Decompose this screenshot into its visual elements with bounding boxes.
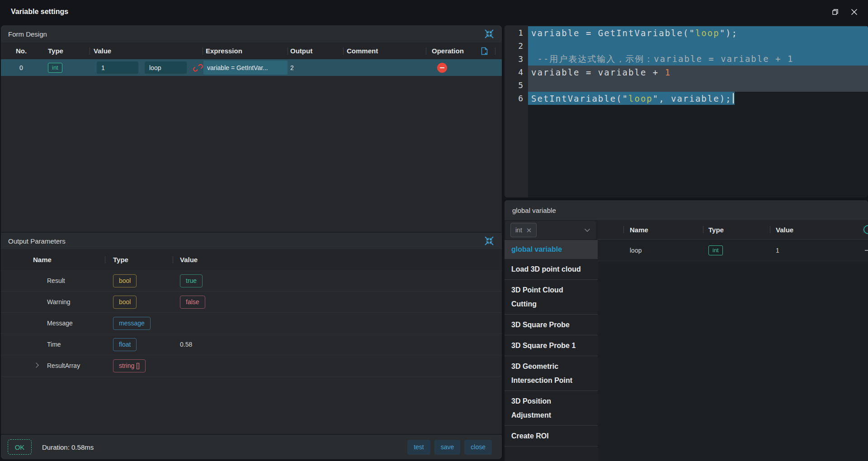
close-button[interactable]: close xyxy=(464,440,492,455)
column-output: Output xyxy=(288,42,343,59)
type-badge-int: int xyxy=(708,245,723,255)
list-item-3d-geometric-intersection-point[interactable]: 3D Geometric Intersection Point xyxy=(505,356,598,391)
column-type: Type xyxy=(703,220,770,239)
global-variable-row-loop: loop int 1 xyxy=(598,240,868,261)
param-name: Result xyxy=(1,270,105,291)
row-value-cell xyxy=(90,59,203,76)
param-type-cell: bool xyxy=(105,292,173,312)
value-input[interactable] xyxy=(97,61,138,74)
code-line-1: 1 variable = GetIntVariable("loop"); xyxy=(505,26,868,39)
filter-tag-int: int ✕ xyxy=(510,223,537,237)
type-badge-bool: bool xyxy=(113,274,137,287)
column-value: Value xyxy=(770,220,863,239)
output-row-resultarray: ResultArray string [] xyxy=(1,355,502,376)
output-row-result: Result bool true xyxy=(1,270,502,292)
column-no: No. xyxy=(1,42,42,59)
row-output-value: 2 xyxy=(288,59,343,76)
global-variable-title: global variable xyxy=(512,207,556,214)
column-comment: Comment xyxy=(343,42,426,59)
dialog-footer: OK Duration: 0.58ms test save close xyxy=(1,434,502,459)
row-type-cell: int xyxy=(42,59,90,76)
expand-chevron-icon[interactable] xyxy=(33,362,38,367)
broken-link-icon[interactable] xyxy=(193,63,203,73)
type-badge-string-array: string [] xyxy=(113,359,146,372)
source-selector-column: int ✕ global variable Load 3D point clou… xyxy=(505,220,598,461)
variable-type-cell: int xyxy=(703,240,770,261)
column-expression: Expression xyxy=(203,42,288,59)
variable-row: 0 int variable = GetIntVar... 2 xyxy=(1,59,502,76)
header-stub xyxy=(495,42,502,59)
global-variable-header: global variable xyxy=(505,200,868,220)
restore-window-icon[interactable] xyxy=(831,8,839,16)
param-value-cell xyxy=(173,313,502,334)
list-item-3d-position-adjustment[interactable]: 3D Position Adjustment xyxy=(505,391,598,426)
global-table-column-header: Name Type Value xyxy=(598,220,868,240)
column-name: Name xyxy=(1,249,105,270)
column-type: Type xyxy=(42,42,90,59)
output-row-warning: Warning bool false xyxy=(1,292,502,313)
list-item-3d-point-cloud-cutting[interactable]: 3D Point Cloud Cutting xyxy=(505,280,598,315)
type-filter-combo: int ✕ xyxy=(505,220,598,240)
text-cursor xyxy=(733,93,734,103)
type-badge-int: int xyxy=(48,63,62,73)
param-type-cell: bool xyxy=(105,270,173,291)
list-item-load-3d-point-cloud[interactable]: Load 3D point cloud xyxy=(505,259,598,280)
global-table-empty-area xyxy=(598,261,868,461)
global-variable-panel: global variable int ✕ global vari xyxy=(505,200,868,461)
code-line-4: 4 variable = variable + 1 xyxy=(505,66,868,79)
collapse-panel-icon[interactable] xyxy=(483,28,495,40)
output-parameters-title: Output Parameters xyxy=(8,237,66,245)
delete-row-icon[interactable] xyxy=(437,63,447,73)
row-comment-cell xyxy=(343,59,426,76)
save-button[interactable]: save xyxy=(434,440,461,455)
output-row-time: Time float 0.58 xyxy=(1,334,502,355)
value-badge-false: false xyxy=(180,296,205,309)
param-name: ResultArray xyxy=(47,362,80,369)
column-name: Name xyxy=(623,220,703,239)
code-line-6: 6 SetIntVariable("loop", variable); xyxy=(505,92,868,105)
type-badge-message: message xyxy=(113,317,151,330)
param-type-cell: float xyxy=(105,334,173,355)
remove-tag-icon[interactable]: ✕ xyxy=(526,227,532,234)
form-design-header: Form Design xyxy=(1,25,502,42)
footer-buttons: test save close xyxy=(407,440,492,455)
param-value-cell: false xyxy=(173,292,502,312)
list-item-global-variable[interactable]: global variable xyxy=(505,240,598,259)
row-index: 0 xyxy=(1,59,42,76)
column-type: Type xyxy=(105,249,173,270)
expression-code-editor[interactable]: 1 variable = GetIntVariable("loop"); 2 3… xyxy=(505,25,868,198)
type-filter-select[interactable]: int ✕ xyxy=(505,221,596,239)
column-operation: Operation xyxy=(426,42,473,59)
param-name: Time xyxy=(1,334,105,355)
output-parameters-header: Output Parameters xyxy=(1,232,502,249)
list-item-create-roi[interactable]: Create ROI xyxy=(505,426,598,447)
variable-name: loop xyxy=(623,240,703,261)
new-document-icon[interactable] xyxy=(480,47,489,56)
code-lines: 1 variable = GetIntVariable("loop"); 2 3… xyxy=(505,26,868,105)
list-item-3d-square-probe-1[interactable]: 3D Square Probe 1 xyxy=(505,335,598,356)
output-parameters-empty-area xyxy=(1,376,502,434)
param-type-cell: message xyxy=(105,313,173,334)
row-operation-cell xyxy=(426,59,473,76)
test-button[interactable]: test xyxy=(407,440,430,455)
duration-text: Duration: 0.58ms xyxy=(42,443,94,451)
window-title: Variable settings xyxy=(11,8,68,16)
window-controls xyxy=(831,8,858,16)
collapse-panel-icon[interactable] xyxy=(483,235,495,247)
param-value-cell xyxy=(173,355,502,376)
close-icon[interactable] xyxy=(850,8,858,16)
type-badge-bool: bool xyxy=(113,296,137,309)
name-input[interactable] xyxy=(145,61,187,74)
add-row-cell xyxy=(473,42,495,59)
form-design-empty-area xyxy=(1,76,502,232)
chevron-down-icon xyxy=(584,228,590,232)
output-parameters-column-header: Name Type Value xyxy=(1,249,502,270)
form-design-title: Form Design xyxy=(8,30,47,38)
expression-input[interactable]: variable = GetIntVar... xyxy=(203,61,288,75)
type-badge-float: float xyxy=(113,338,137,351)
remove-variable-icon[interactable] xyxy=(865,250,868,251)
list-item-3d-square-probe[interactable]: 3D Square Probe xyxy=(505,315,598,335)
column-value: Value xyxy=(90,42,203,59)
global-variable-table: Name Type Value loop int 1 xyxy=(598,220,868,461)
output-row-message: Message message xyxy=(1,313,502,334)
